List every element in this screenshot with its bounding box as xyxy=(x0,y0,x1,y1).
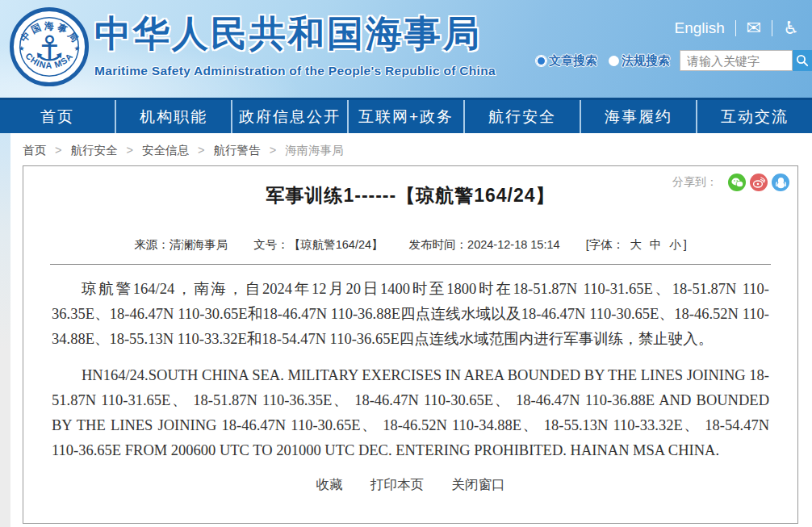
search-button[interactable] xyxy=(793,50,812,71)
utility-separator xyxy=(772,20,772,36)
left-gutter xyxy=(0,133,10,527)
radio-unselected-icon[interactable] xyxy=(609,56,619,66)
breadcrumb: 首页 > 航行安全 > 安全信息 > 航行警告 > 海南海事局 xyxy=(23,143,344,158)
share-label: 分享到： xyxy=(672,175,718,190)
radio-law-label[interactable]: 法规搜索 xyxy=(622,53,670,69)
font-size-label: [字体： xyxy=(586,238,625,251)
breadcrumb-navigation-safety[interactable]: 航行安全 xyxy=(71,144,118,157)
weibo-share-icon[interactable] xyxy=(750,174,768,191)
font-size-control: [字体： 大 中 小] xyxy=(586,238,687,251)
utility-separator xyxy=(735,20,736,36)
site-header: 中 国 海 事 局 CHINA MSA ★ ★ ⚓ 中华人民共和国海事局 Mar… xyxy=(0,0,812,98)
search-input[interactable] xyxy=(680,50,793,71)
site-subtitle: Maritime Safety Administration of the Pe… xyxy=(94,64,496,78)
close-window-button[interactable]: 关闭窗口 xyxy=(452,477,505,491)
china-msa-logo[interactable]: 中 国 海 事 局 CHINA MSA ★ ★ ⚓ xyxy=(10,7,89,86)
article-container: 分享到： xyxy=(23,165,798,524)
meta-publish-time: 发布时间：2024-12-18 15:14 xyxy=(409,238,560,251)
radio-article-label[interactable]: 文章搜索 xyxy=(549,53,597,69)
english-link[interactable]: English xyxy=(675,19,725,37)
wechat-share-icon[interactable] xyxy=(728,174,746,191)
breadcrumb-separator: > xyxy=(198,144,204,157)
radio-selected-icon[interactable] xyxy=(536,56,546,66)
font-medium-button[interactable]: 中 xyxy=(650,238,662,251)
nav-item-navigation-safety[interactable]: 航行安全 xyxy=(463,100,580,133)
font-size-label-end: ] xyxy=(684,238,687,251)
font-large-button[interactable]: 大 xyxy=(630,238,642,251)
search-bar: 文章搜索 法规搜索 xyxy=(525,50,812,71)
article-actions: 收藏 打印本页 关闭窗口 xyxy=(23,476,797,494)
paragraph-chinese: 琼航警164/24，南海，自2024年12月20日1400时至1800时在18-… xyxy=(52,277,769,352)
china-msa-logo-icon: 中 国 海 事 局 CHINA MSA ★ ★ ⚓ xyxy=(10,7,89,86)
nav-item-internet-gov[interactable]: 互联网+政务 xyxy=(347,100,463,133)
print-page-button[interactable]: 打印本页 xyxy=(370,477,424,491)
page: 中 国 海 事 局 CHINA MSA ★ ★ ⚓ 中华人民共和国海事局 Mar… xyxy=(0,0,812,527)
breadcrumb-separator: > xyxy=(127,144,133,157)
breadcrumb-separator: > xyxy=(270,144,276,157)
search-scope-radios: 文章搜索 法规搜索 xyxy=(525,53,670,69)
paragraph-english: HN164/24.SOUTH CHINA SEA. MILITARY EXERC… xyxy=(52,363,769,463)
share-bar: 分享到： xyxy=(672,174,789,191)
nav-item-functions[interactable]: 机构职能 xyxy=(115,100,231,133)
breadcrumb-nav-warning[interactable]: 航行警告 xyxy=(214,144,261,157)
breadcrumb-home[interactable]: 首页 xyxy=(23,144,46,157)
site-title: 中华人民共和国海事局 xyxy=(94,10,496,58)
nav-item-home[interactable]: 首页 xyxy=(0,100,115,133)
meta-source: 来源：清澜海事局 xyxy=(134,238,228,251)
accessibility-icon[interactable]: ♿ xyxy=(783,20,799,36)
nav-item-interaction[interactable]: 互动交流 xyxy=(696,100,812,133)
article-body: 琼航警164/24，南海，自2024年12月20日1400时至1800时在18-… xyxy=(23,265,797,463)
article-meta: 来源：清澜海事局 文号：【琼航警164/24】 发布时间：2024-12-18 … xyxy=(23,237,797,253)
breadcrumb-hainan-msa: 海南海事局 xyxy=(285,144,344,157)
favorite-button[interactable]: 收藏 xyxy=(316,477,342,491)
breadcrumb-safety-info[interactable]: 安全信息 xyxy=(142,144,189,157)
nav-item-gov-info[interactable]: 政府信息公开 xyxy=(231,100,347,133)
mail-icon[interactable]: ✉ xyxy=(747,20,761,36)
utility-bar: English ✉ ♿ xyxy=(675,19,800,37)
logo-star-right: ★ xyxy=(73,44,80,52)
anchor-icon: ⚓ xyxy=(34,29,65,68)
font-small-button[interactable]: 小 xyxy=(669,238,681,251)
breadcrumb-separator: > xyxy=(55,144,61,157)
meta-doc-number: 文号：【琼航警164/24】 xyxy=(253,238,383,251)
main-nav: 首页 机构职能 政府信息公开 互联网+政务 航行安全 海事履约 互动交流 xyxy=(0,98,812,133)
brand-block: 中华人民共和国海事局 Maritime Safety Administratio… xyxy=(94,10,496,78)
radio-article-search[interactable]: 文章搜索 xyxy=(536,53,597,69)
radio-law-search[interactable]: 法规搜索 xyxy=(609,53,670,69)
qq-share-icon[interactable] xyxy=(772,174,789,191)
search-icon xyxy=(796,54,809,67)
logo-star-left: ★ xyxy=(19,44,25,52)
nav-item-maritime-compliance[interactable]: 海事履约 xyxy=(580,100,696,133)
